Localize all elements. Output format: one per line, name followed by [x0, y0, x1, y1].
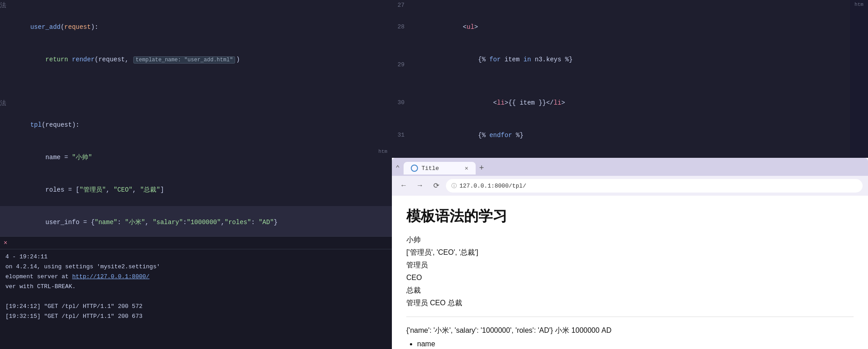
terminal-header: × — [0, 237, 392, 249]
browser-tab-bar: ⌃ Title ✕ + — [392, 158, 868, 176]
address-bar[interactable]: ⓘ 127.0.0.1:8000/tpl/ — [446, 179, 863, 193]
line-number: 28 — [392, 22, 410, 32]
info-icon: ⓘ — [451, 182, 457, 190]
terminal-line: elopment server at http://127.0.0.1:8000… — [5, 272, 386, 282]
line-number: 30 — [392, 97, 410, 108]
browser-toolbar: ← → ⟳ ⓘ 127.0.0.1:8000/tpl/ — [392, 176, 868, 196]
code-text: user_add(request): — [0, 11, 385, 43]
new-tab-icon[interactable]: + — [479, 164, 484, 173]
browser-chrome: ⌃ Title ✕ + ← → ⟳ ⓘ 127.0.0.1:8000/tpl/ — [392, 158, 868, 196]
forward-button[interactable]: → — [414, 179, 426, 192]
terminal-line: [19:32:15] "GET /tpl/ HTTP/1.1" 200 673 — [5, 312, 386, 321]
line-number: 29 — [392, 60, 410, 70]
back-button[interactable]: ← — [397, 179, 410, 192]
tab-close-icon[interactable]: ✕ — [465, 165, 468, 172]
code-line: tpl(request): — [0, 109, 392, 141]
line-number: 27 — [392, 0, 410, 11]
page-name-line: 小帅 — [406, 234, 854, 246]
code-text: return render(request, template_name: "u… — [0, 43, 385, 76]
code-line: user_info = {"name": "小米", "salary":"100… — [0, 206, 392, 236]
code-text: 法 — [0, 98, 385, 109]
terminal-panel: × 4 - 19:24:11 on 4.2.14, using settings… — [0, 236, 392, 349]
reload-button[interactable]: ⟳ — [430, 179, 442, 192]
page-role2: CEO — [406, 271, 854, 284]
page-role3: 总裁 — [406, 284, 854, 297]
tab-collapse-icon[interactable]: ⌃ — [395, 164, 400, 173]
code-text: roles = ["管理员", "CEO", "总裁"] — [0, 174, 385, 206]
code-text: 法 — [0, 0, 385, 11]
page-role1: 管理员 — [406, 259, 854, 271]
code-line: user_add(request): — [0, 11, 392, 43]
code-text: user_info = {"name": "小米", "salary":"100… — [0, 206, 385, 236]
page-divider — [406, 317, 854, 317]
code-text: <li>{{ item }}</li> — [410, 87, 565, 119]
code-line: return render(request, template_name: "u… — [0, 43, 392, 76]
code-right-line: 29 {% for item in n3.keys %} — [392, 43, 850, 87]
code-text: </ul> — [410, 152, 482, 158]
file-type-badge: htm — [850, 0, 868, 158]
code-right-line: 27 — [392, 0, 850, 11]
page-title: 模板语法的学习 — [406, 207, 854, 226]
code-text: name = "小帅" — [0, 141, 385, 174]
terminal-line — [5, 292, 386, 302]
list-item: name — [417, 337, 854, 349]
code-line: 法 — [0, 0, 392, 11]
browser-window: ⌃ Title ✕ + ← → ⟳ ⓘ 127.0.0.1:8000/tpl/ — [392, 158, 868, 349]
tab-globe-icon — [411, 165, 418, 172]
right-panel: 27 28 <ul> 29 {% for item in n3.keys %} — [392, 0, 868, 349]
line-number: 31 — [392, 130, 410, 141]
browser-content: 模板语法的学习 小帅 ['管理员', 'CEO', '总裁'] 管理员 CEO … — [392, 196, 868, 349]
editor-panel: 法 user_add(request): return render(reque… — [0, 0, 392, 349]
code-right-line: 28 <ul> — [392, 11, 850, 43]
terminal-line: ver with CTRL-BREAK. — [5, 282, 386, 292]
url-text: 127.0.0.1:8000/tpl/ — [459, 183, 526, 189]
file-type-label: htm — [374, 149, 392, 154]
code-line: 法 — [0, 98, 392, 109]
terminal-line: [19:24:12] "GET /tpl/ HTTP/1.1" 200 572 — [5, 302, 386, 312]
terminal-link[interactable]: http://127.0.0.1:8000/ — [72, 273, 150, 280]
page-roles-line: ['管理员', 'CEO', '总裁'] — [406, 246, 854, 259]
code-line: name = "小帅" — [0, 141, 392, 174]
page-list: name salary roles — [417, 337, 854, 349]
code-right-line: 30 <li>{{ item }}</li> — [392, 87, 850, 119]
code-text: {% for item in n3.keys %} — [410, 43, 573, 87]
code-right-line: 31 {% endfor %} — [392, 119, 850, 152]
tab-title: Title — [422, 165, 439, 172]
code-text: tpl(request): — [0, 109, 385, 141]
code-line — [0, 76, 392, 87]
terminal-line: 4 - 19:24:11 — [5, 252, 386, 262]
terminal-line: on 4.2.14, using settings 'mysite2.setti… — [5, 262, 386, 272]
code-line: roles = ["管理员", "CEO", "总裁"] — [0, 174, 392, 206]
page-dict-line: {'name': '小米', 'salary': '1000000', 'rol… — [406, 324, 854, 337]
page-roles-combined: 管理员 CEO 总裁 — [406, 297, 854, 309]
code-text: <ul> — [410, 11, 478, 43]
code-text: {% endfor %} — [410, 119, 523, 152]
code-right: 27 28 <ul> 29 {% for item in n3.keys %} — [392, 0, 850, 158]
code-right-panel: 27 28 <ul> 29 {% for item in n3.keys %} — [392, 0, 868, 158]
terminal-content: 4 - 19:24:11 on 4.2.14, using settings '… — [0, 249, 392, 324]
close-icon[interactable]: × — [4, 239, 7, 247]
code-line — [0, 87, 392, 98]
browser-tab[interactable]: Title ✕ — [404, 162, 476, 174]
code-right-line: 32 </ul> — [392, 152, 850, 158]
browser-panel: ⌃ Title ✕ + ← → ⟳ ⓘ 127.0.0.1:8000/tpl/ — [392, 158, 868, 349]
